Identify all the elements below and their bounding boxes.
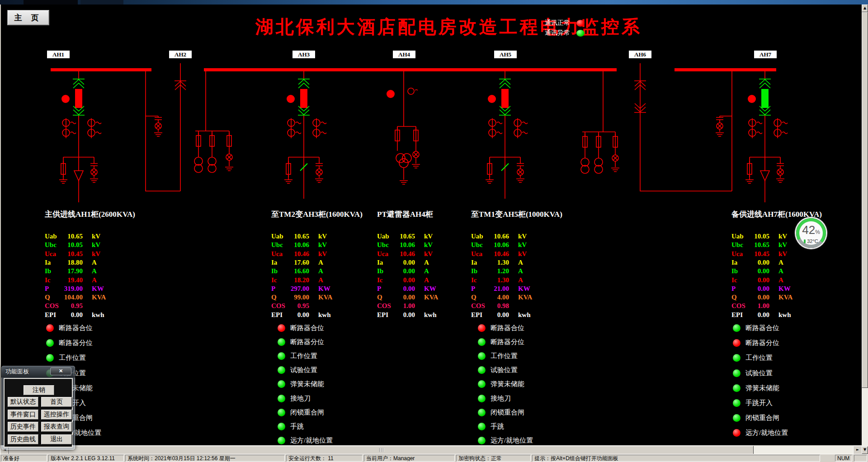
indicator-label: 接地刀	[491, 394, 511, 403]
measurement-value: 0.95	[284, 302, 309, 310]
measurement-label: Uab	[471, 233, 483, 240]
indicator-dot-red	[733, 339, 741, 347]
feeder-ah2	[175, 63, 233, 191]
func-button-6[interactable]: 历史事件	[8, 422, 38, 432]
measurement-label: Ia	[731, 259, 737, 266]
measurement-unit: kV	[778, 241, 787, 249]
scroll-up-arrow[interactable]: ▲	[862, 5, 868, 12]
measurement-label: Ic	[45, 276, 51, 284]
measurement-unit: A	[318, 267, 323, 275]
measurement-value: 10.06	[484, 241, 509, 249]
indicator-row: 工作位置	[733, 354, 773, 362]
measurement-label: Uca	[377, 250, 388, 258]
scroll-right-arrow[interactable]: ►	[853, 446, 862, 454]
measurement-value: 10.46	[484, 250, 509, 258]
breaker-ah3-closed	[300, 89, 307, 108]
horizontal-scroll-thumb[interactable]	[9, 446, 754, 454]
measurement-value: 1.20	[484, 267, 509, 275]
func-button-2[interactable]: 默认状态	[8, 397, 38, 407]
bus-bar-3	[675, 68, 776, 71]
measurement-unit: A	[92, 267, 97, 275]
indicator-row: 断路器合位	[46, 324, 93, 332]
measurement-label: Ib	[271, 267, 278, 275]
indicator-dot-green	[46, 354, 54, 362]
indicator-dot-green	[278, 409, 285, 416]
indicator-dot-green	[278, 423, 285, 430]
indicator-label: 手跳	[491, 422, 504, 431]
indicator-dot-green	[278, 366, 285, 374]
single-line-diagram	[1, 5, 863, 217]
func-button-1[interactable]: 注销	[24, 385, 54, 395]
func-button-9[interactable]: 退出	[41, 434, 72, 444]
status-dot-ah5	[488, 95, 496, 103]
measurement-label: Uca	[45, 250, 56, 258]
measurement-unit: A	[318, 259, 323, 266]
horizontal-scrollbar[interactable]: ◄ ►	[0, 445, 862, 454]
status-item: 版本Ver 2.2.1 LEG 3.12.11	[48, 455, 124, 462]
measurement-value: 0.00	[484, 311, 509, 319]
indicator-label: 弹簧未储能	[491, 380, 524, 388]
measurement-value: 10.46	[390, 250, 415, 258]
indicator-dot-green	[278, 395, 285, 402]
vertical-scroll-thumb[interactable]	[862, 12, 868, 388]
indicator-dot-green	[478, 380, 486, 388]
measurement-value: 0.00	[390, 294, 415, 301]
indicator-label: 工作位置	[491, 352, 518, 360]
indicator-label: 弹簧未储能	[290, 380, 324, 388]
measurement-label: EPI	[377, 311, 388, 319]
func-button-5[interactable]: 遥控操作	[41, 410, 72, 420]
indicator-dot-green	[478, 352, 486, 360]
func-button-7[interactable]: 报表查询	[41, 422, 72, 432]
indicator-label: 接地刀	[290, 394, 311, 403]
measurement-label: Ib	[471, 267, 477, 275]
feeder-ah4	[387, 71, 420, 184]
measurement-unit: A	[92, 259, 97, 266]
measurement-value: 10.65	[57, 233, 83, 240]
measurement-label: COS	[45, 302, 59, 310]
measurement-label: COS	[377, 302, 391, 310]
measurement-unit: kwh	[518, 311, 531, 319]
measurement-value: 0.00	[284, 311, 309, 319]
measurement-label: Uab	[271, 233, 283, 240]
measurement-label: P	[45, 285, 49, 293]
indicator-dot-green	[478, 395, 486, 402]
func-button-8[interactable]: 历史曲线	[8, 434, 38, 444]
indicator-label: 断路器合位	[491, 324, 524, 332]
measurement-value: 0.00	[744, 285, 769, 293]
indicator-row: 接地刀	[478, 394, 511, 402]
indicator-dot-red	[46, 324, 54, 332]
func-button-3[interactable]: 首页	[41, 397, 72, 407]
measurement-value: 0.00	[744, 267, 769, 275]
measurement-label: Ia	[45, 259, 51, 266]
measurement-unit: A	[318, 276, 323, 284]
measurement-label: Ubc	[45, 241, 57, 249]
measurement-value: 1.30	[484, 259, 509, 266]
measurement-unit: KVA	[92, 294, 106, 301]
measurement-unit: kV	[92, 250, 100, 258]
func-button-4[interactable]: 事件窗口	[8, 410, 38, 420]
measurement-unit: kwh	[318, 311, 331, 319]
gauge-percent-sign: %	[815, 229, 820, 235]
status-item: 准备好	[1, 455, 47, 462]
measurement-unit: KVA	[318, 294, 332, 301]
close-icon[interactable]: ✕	[50, 367, 71, 375]
measurement-value: 16.60	[284, 267, 309, 275]
measurement-value: 10.05	[57, 241, 83, 249]
indicator-row: 远方/就地位置	[733, 429, 788, 437]
measurement-unit: kwh	[778, 311, 791, 319]
indicator-row: 弹簧未储能	[478, 380, 524, 388]
indicator-row: 闭锁重合闸	[733, 414, 779, 422]
indicator-label: 断路器合位	[59, 324, 93, 332]
indicator-row: 工作位置	[478, 352, 518, 360]
measurement-value: 0.00	[390, 285, 415, 293]
breaker-ah5-closed	[501, 89, 509, 108]
measurement-unit: A	[778, 267, 783, 275]
measurement-value: 10.45	[57, 250, 83, 258]
measurement-value: 4.00	[484, 294, 509, 301]
title-strip-segment	[24, 0, 78, 5]
measurement-label: Ubc	[377, 241, 389, 249]
indicator-label: 工作位置	[745, 354, 773, 362]
indicator-row: 断路器合位	[478, 324, 524, 332]
scroll-down-arrow[interactable]: ▼	[862, 446, 868, 454]
vertical-scrollbar[interactable]: ▲ ▼	[862, 5, 868, 454]
